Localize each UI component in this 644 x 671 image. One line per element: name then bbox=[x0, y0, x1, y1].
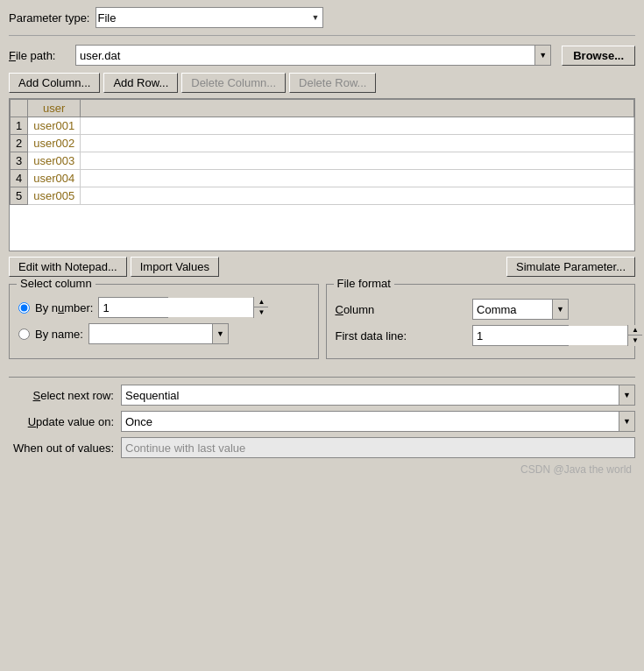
when-out-label: When out of values: bbox=[9, 441, 114, 455]
edit-notepad-button[interactable]: Edit with Notepad... bbox=[9, 257, 127, 277]
file-format-title: File format bbox=[334, 277, 394, 290]
import-values-button[interactable]: Import Values bbox=[131, 257, 219, 277]
spinner-down-btn[interactable]: ▼ bbox=[254, 307, 268, 318]
by-number-label: By number: bbox=[35, 301, 93, 314]
table-row[interactable]: 5 user005 bbox=[11, 187, 634, 205]
add-column-button[interactable]: Add Column... bbox=[9, 73, 100, 93]
col-header-user[interactable]: user bbox=[28, 100, 81, 117]
param-type-select[interactable]: File CSV Random bbox=[96, 7, 323, 28]
column-format-label: Column bbox=[336, 303, 464, 316]
table-row[interactable]: 4 user004 bbox=[11, 170, 634, 187]
row-num-header bbox=[11, 100, 28, 117]
select-column-panel: Select column By number: 1 ▲ ▼ bbox=[9, 284, 319, 359]
column-format-value: Comma bbox=[473, 303, 552, 316]
bottom-settings: Select next row: Sequential ▼ Update val… bbox=[9, 377, 635, 476]
file-format-panel: File format Column Comma ▼ First data li… bbox=[326, 284, 636, 359]
table-row[interactable]: 1 user001 bbox=[11, 117, 634, 135]
delete-column-button[interactable]: Delete Column... bbox=[181, 73, 286, 93]
by-name-combo[interactable]: ▼ bbox=[88, 323, 229, 344]
update-value-value: Once bbox=[122, 415, 619, 428]
data-table: user 1 user001 2 user002 3 user003 bbox=[10, 99, 634, 205]
by-name-arrow[interactable]: ▼ bbox=[212, 324, 228, 343]
select-next-row-combo[interactable]: Sequential ▼ bbox=[121, 385, 635, 406]
first-data-line-spinner[interactable]: 1 ▲ ▼ bbox=[472, 325, 569, 346]
by-number-input[interactable]: 1 bbox=[99, 298, 253, 317]
select-column-title: Select column bbox=[17, 277, 96, 290]
by-number-radio[interactable] bbox=[18, 302, 30, 314]
delete-row-button[interactable]: Delete Row... bbox=[289, 73, 376, 93]
by-name-label: By name: bbox=[35, 328, 83, 341]
simulate-param-button[interactable]: Simulate Parameter... bbox=[506, 257, 635, 277]
filepath-value: user.dat bbox=[76, 49, 534, 62]
table-row[interactable]: 2 user002 bbox=[11, 135, 634, 152]
add-row-button[interactable]: Add Row... bbox=[103, 73, 178, 93]
update-value-arrow[interactable]: ▼ bbox=[619, 412, 634, 431]
first-data-line-label: First data line: bbox=[336, 329, 464, 343]
data-table-area: user 1 user001 2 user002 3 user003 bbox=[9, 98, 635, 251]
first-line-up-btn[interactable]: ▲ bbox=[628, 325, 642, 336]
select-next-row-value: Sequential bbox=[122, 389, 619, 402]
filepath-label: File path: bbox=[9, 49, 70, 62]
param-type-label: Parameter type: bbox=[9, 11, 90, 25]
filepath-dropdown-arrow[interactable]: ▼ bbox=[534, 46, 550, 65]
by-name-radio[interactable] bbox=[18, 328, 30, 340]
first-line-down-btn[interactable]: ▼ bbox=[628, 336, 642, 346]
column-format-arrow[interactable]: ▼ bbox=[552, 300, 568, 319]
update-value-label: Update value on: bbox=[9, 415, 114, 428]
browse-button[interactable]: Browse... bbox=[562, 46, 635, 66]
watermark: CSDN @Java the world bbox=[9, 463, 635, 476]
by-number-spinner[interactable]: 1 ▲ ▼ bbox=[98, 297, 168, 318]
update-value-combo[interactable]: Once ▼ bbox=[121, 411, 635, 432]
first-data-line-input[interactable]: 1 bbox=[473, 326, 627, 345]
when-out-value: Continue with last value bbox=[122, 441, 634, 455]
select-next-row-label: Select next row: bbox=[9, 389, 114, 402]
select-next-row-arrow[interactable]: ▼ bbox=[619, 385, 634, 405]
spinner-up-btn[interactable]: ▲ bbox=[254, 297, 268, 307]
column-format-combo[interactable]: Comma ▼ bbox=[472, 299, 569, 320]
table-row[interactable]: 3 user003 bbox=[11, 152, 634, 170]
col-header-empty bbox=[81, 100, 634, 117]
when-out-combo: Continue with last value bbox=[121, 437, 635, 458]
